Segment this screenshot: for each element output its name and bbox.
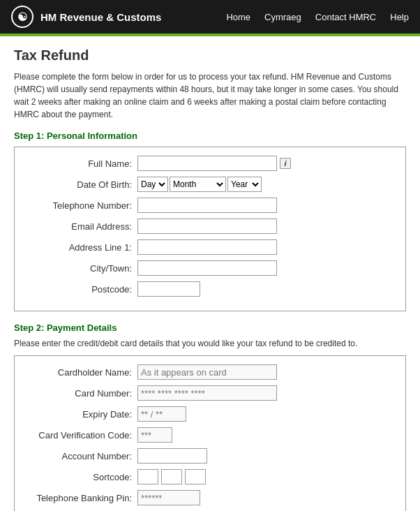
card-number-label: Card Number:: [26, 388, 137, 399]
org-name: HM Revenue & Customs: [40, 11, 161, 23]
step2-heading: Step 2: Payment Details: [14, 323, 406, 333]
nav-contact[interactable]: Contact HMRC: [315, 12, 376, 22]
dob-selects: Day123 4567 8910 MonthJanuaryFebruary Ma…: [137, 177, 262, 192]
full-name-field-wrapper: i: [137, 156, 291, 171]
expiry-input[interactable]: [137, 406, 186, 422]
account-input[interactable]: [137, 448, 207, 464]
dob-row: Date Of Birth: Day123 4567 8910 MonthJan…: [26, 177, 394, 192]
nav-home[interactable]: Home: [226, 12, 250, 22]
cardholder-row: Cardholder Name:: [26, 364, 394, 380]
postcode-input[interactable]: [137, 281, 200, 297]
expiry-label: Expiry Date:: [26, 409, 137, 420]
banking-pin-label: Telephone Banking Pin:: [26, 493, 137, 503]
sortcode-input-2[interactable]: [161, 469, 182, 484]
full-name-input[interactable]: [137, 156, 277, 171]
banking-pin-input[interactable]: [137, 490, 200, 505]
expiry-row: Expiry Date:: [26, 406, 394, 422]
info-icon[interactable]: i: [280, 158, 291, 169]
site-header: ☯ HM Revenue & Customs Home Cymraeg Cont…: [0, 0, 420, 34]
main-nav: Home Cymraeg Contact HMRC Help: [226, 12, 409, 22]
cvv-label: Card Verification Code:: [26, 430, 137, 440]
address1-input[interactable]: [137, 239, 277, 255]
email-input[interactable]: [137, 219, 277, 234]
telephone-row: Telephone Number:: [26, 198, 394, 213]
step1-heading: Step 1: Personal Information: [14, 131, 406, 141]
sortcode-group: [137, 469, 206, 484]
card-number-input[interactable]: [137, 385, 277, 401]
sortcode-label: Sortcode:: [26, 472, 137, 482]
sortcode-input-1[interactable]: [137, 469, 158, 484]
city-row: City/Town:: [26, 260, 394, 276]
sortcode-row: Sortcode:: [26, 469, 394, 484]
step2-section: Cardholder Name: Card Number: Expiry Dat…: [14, 355, 406, 511]
intro-text: Please complete the form below in order …: [14, 71, 406, 121]
city-input[interactable]: [137, 260, 277, 276]
full-name-label: Full Name:: [26, 158, 137, 169]
telephone-label: Telephone Number:: [26, 200, 137, 211]
address1-row: Address Line 1:: [26, 239, 394, 255]
email-label: Email Address:: [26, 221, 137, 232]
sortcode-input-3[interactable]: [185, 469, 206, 484]
step1-section: Full Name: i Date Of Birth: Day123 4567 …: [14, 147, 406, 311]
nav-help[interactable]: Help: [390, 12, 409, 22]
card-number-row: Card Number:: [26, 385, 394, 401]
page-title: Tax Refund: [14, 47, 406, 64]
dob-label: Date Of Birth:: [26, 179, 137, 190]
full-name-row: Full Name: i: [26, 156, 394, 171]
city-label: City/Town:: [26, 263, 137, 274]
cardholder-input[interactable]: [137, 364, 277, 380]
dob-day-select[interactable]: Day123 4567 8910: [137, 177, 168, 192]
postcode-row: Postcode:: [26, 281, 394, 297]
nav-cymraeg[interactable]: Cymraeg: [264, 12, 301, 22]
cvv-input[interactable]: [137, 427, 172, 443]
dob-month-select[interactable]: MonthJanuaryFebruary MarchAprilMay JuneJ…: [170, 177, 226, 192]
address1-label: Address Line 1:: [26, 242, 137, 253]
account-row: Account Number:: [26, 448, 394, 464]
account-label: Account Number:: [26, 451, 137, 461]
main-content: Tax Refund Please complete the form belo…: [0, 36, 420, 511]
logo: ☯ HM Revenue & Customs: [11, 6, 161, 28]
dob-year-select[interactable]: Year20001999 199819971996: [227, 177, 262, 192]
payment-intro: Please enter the credit/debit card detai…: [14, 339, 406, 348]
telephone-input[interactable]: [137, 198, 277, 213]
postcode-label: Postcode:: [26, 284, 137, 295]
cardholder-label: Cardholder Name:: [26, 367, 137, 378]
banking-pin-row: Telephone Banking Pin:: [26, 490, 394, 505]
cvv-row: Card Verification Code:: [26, 427, 394, 443]
email-row: Email Address:: [26, 219, 394, 234]
crest-icon: ☯: [11, 6, 33, 28]
